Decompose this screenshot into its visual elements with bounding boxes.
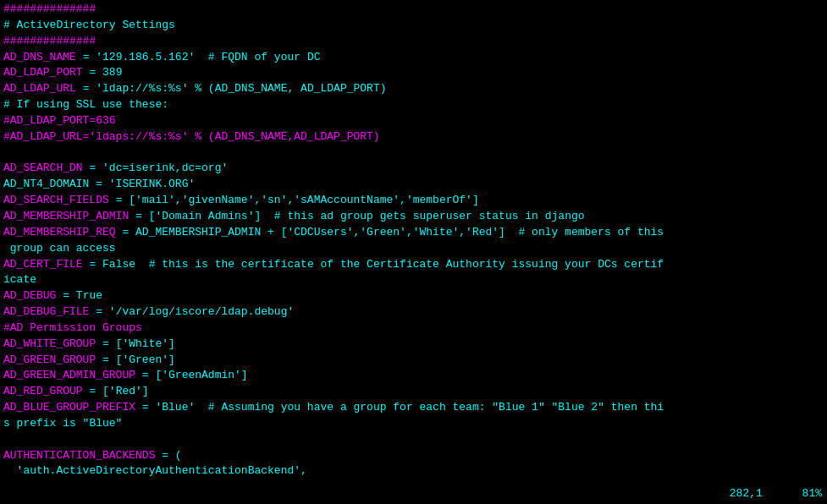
status-bar: 282,1 81%: [725, 485, 827, 504]
code-content: ############## # ActiveDirectory Setting…: [3, 2, 824, 479]
scroll-percent: [769, 487, 796, 500]
scroll-percent-value: 81%: [802, 487, 822, 500]
terminal-window: ############## # ActiveDirectory Setting…: [0, 0, 827, 504]
cursor-position: 282,1: [730, 487, 763, 500]
